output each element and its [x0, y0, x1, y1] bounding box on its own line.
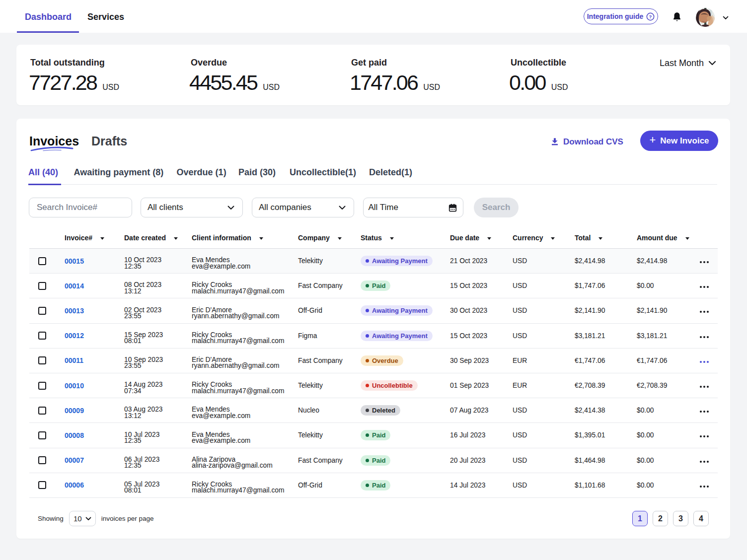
svg-text:?: ? — [649, 13, 652, 19]
